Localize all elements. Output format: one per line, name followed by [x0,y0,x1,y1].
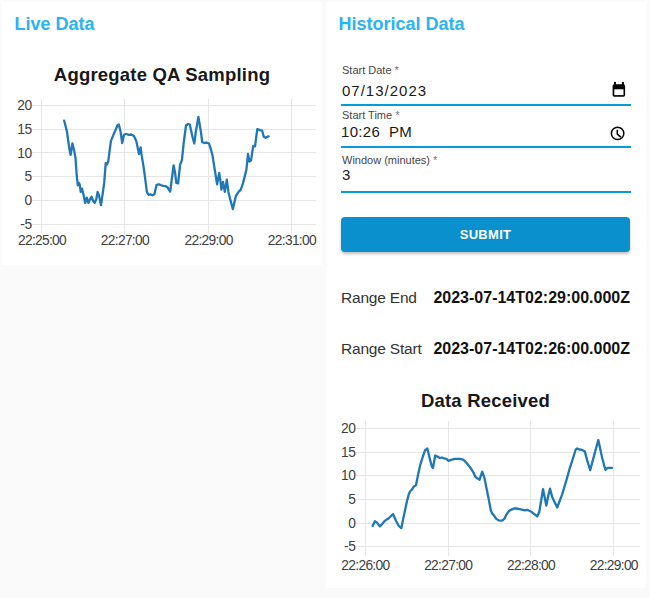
svg-text:22:25:00: 22:25:00 [18,233,67,248]
svg-text:22:26:00: 22:26:00 [341,558,390,573]
svg-text:22:27:00: 22:27:00 [101,233,150,248]
svg-text:-5: -5 [344,539,356,554]
svg-text:-5: -5 [20,217,32,232]
svg-text:10: 10 [341,468,356,483]
svg-text:22:28:00: 22:28:00 [507,558,556,573]
svg-text:5: 5 [348,492,356,507]
svg-text:15: 15 [341,445,356,460]
svg-text:20: 20 [17,98,32,113]
svg-text:15: 15 [17,122,32,137]
svg-text:20: 20 [341,421,356,436]
svg-text:22:27:00: 22:27:00 [424,558,473,573]
svg-text:22:31:00: 22:31:00 [268,233,317,248]
svg-text:0: 0 [24,193,32,208]
svg-text:0: 0 [348,516,356,531]
svg-text:5: 5 [24,169,32,184]
svg-text:22:29:00: 22:29:00 [185,233,234,248]
svg-text:10: 10 [17,146,32,161]
svg-text:22:29:00: 22:29:00 [590,558,639,573]
